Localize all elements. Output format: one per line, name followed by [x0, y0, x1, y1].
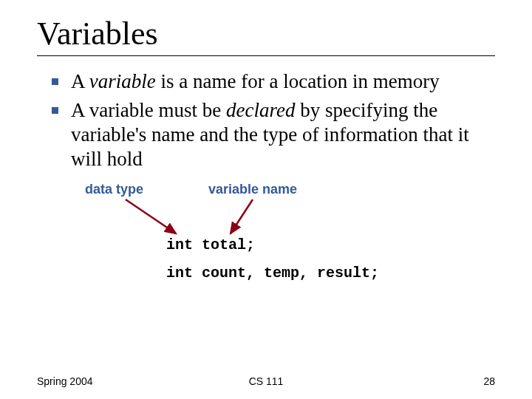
- label-data-type: data type: [85, 182, 143, 197]
- title-underline: [37, 55, 495, 56]
- bullet-italic: variable: [89, 70, 156, 92]
- slide-title: Variables: [37, 15, 495, 52]
- arrow-icon: [118, 198, 185, 236]
- bullet-item: A variable is a name for a location in m…: [52, 69, 495, 94]
- label-variable-name: variable name: [208, 182, 297, 197]
- footer-right: 28: [483, 375, 495, 387]
- bullet-text: A: [71, 70, 89, 92]
- footer-center: CS 111: [37, 375, 495, 387]
- slide-footer: Spring 2004 CS 111 28: [37, 375, 495, 387]
- bullet-item: A variable must be declared by specifyin…: [52, 98, 495, 171]
- svg-line-1: [231, 200, 253, 233]
- bullet-list: A variable is a name for a location in m…: [52, 69, 495, 171]
- bullet-text: is a name for a location in memory: [156, 70, 440, 92]
- svg-line-0: [126, 200, 176, 233]
- bullet-text: A variable must be: [71, 99, 226, 121]
- code-diagram: data type variable name int total; int c…: [37, 182, 495, 293]
- code-line: int count, temp, result;: [166, 265, 379, 282]
- arrow-icon: [225, 198, 262, 236]
- code-line: int total;: [166, 236, 255, 253]
- bullet-italic: declared: [226, 99, 295, 121]
